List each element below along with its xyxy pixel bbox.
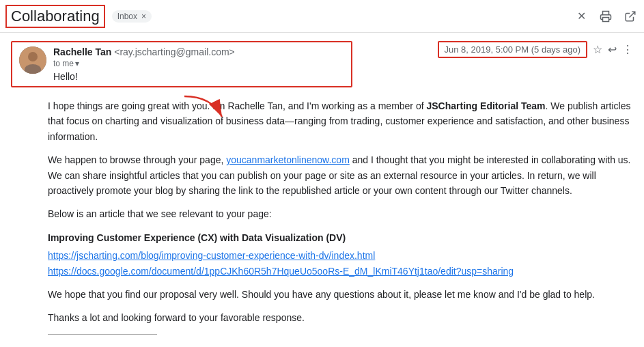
- sender-name: Rachelle Tan: [53, 46, 111, 57]
- email-meta: Jun 8, 2019, 5:00 PM (5 days ago) ☆ ↩ ⋮: [424, 41, 633, 58]
- external-link[interactable]: youcanmarketonlinenow.com: [226, 154, 350, 165]
- email-subject: Collaborating: [5, 5, 105, 28]
- sender-info-box: Rachelle Tan <ray.jscharting@gmail.com> …: [11, 41, 352, 87]
- star-icon[interactable]: ☆: [593, 43, 602, 56]
- more-options-icon[interactable]: ⋮: [622, 43, 633, 56]
- article-link1[interactable]: https://jscharting.com/blog/improving-cu…: [48, 250, 375, 261]
- close-icon[interactable]: ✕: [573, 8, 589, 25]
- svg-point-3: [28, 52, 38, 61]
- body-para5: Thanks a lot and looking forward to your…: [48, 310, 633, 325]
- bold-company: JSCharting Editorial Team: [427, 100, 546, 111]
- avatar: [19, 46, 46, 74]
- popout-icon[interactable]: [622, 8, 639, 25]
- signature-divider: [48, 334, 157, 335]
- inbox-label: Inbox: [117, 12, 137, 21]
- body-para1: I hope things are going great with you. …: [48, 98, 633, 144]
- email-header: Rachelle Tan <ray.jscharting@gmail.com> …: [0, 33, 644, 93]
- para2-pre: We happen to browse through your page,: [48, 154, 226, 165]
- to-me-dropdown[interactable]: to me ▾: [53, 59, 235, 68]
- top-bar-actions: ✕: [573, 8, 639, 25]
- svg-rect-0: [603, 17, 609, 21]
- badge-close-button[interactable]: ×: [141, 12, 146, 21]
- email-date: Jun 8, 2019, 5:00 PM (5 days ago): [438, 41, 587, 58]
- body-para4: We hope that you find our proposal very …: [48, 287, 633, 302]
- sender-email: <ray.jscharting@gmail.com>: [114, 46, 235, 57]
- to-me-label: to me: [53, 59, 74, 68]
- email-body: I hope things are going great with you. …: [0, 93, 644, 339]
- print-icon[interactable]: [598, 8, 614, 25]
- sender-details: Rachelle Tan <ray.jscharting@gmail.com> …: [53, 46, 235, 82]
- svg-line-1: [630, 12, 635, 17]
- inbox-badge[interactable]: Inbox ×: [112, 10, 152, 23]
- sender-name-row: Rachelle Tan <ray.jscharting@gmail.com>: [53, 46, 235, 57]
- body-para2: We happen to browse through your page, y…: [48, 152, 633, 198]
- email-greeting: Hello!: [53, 71, 235, 82]
- signature-name: RACHELLE TAN, Editorial Team: [48, 337, 633, 339]
- body-para3: Below is an article that we see relevant…: [48, 206, 633, 221]
- article-link2[interactable]: https://docs.google.com/document/d/1ppCJ…: [48, 266, 514, 277]
- article-title: Improving Customer Experience (CX) with …: [48, 230, 633, 245]
- top-bar: Collaborating Inbox × ✕: [0, 0, 644, 33]
- chevron-down-icon: ▾: [75, 59, 79, 68]
- reply-icon[interactable]: ↩: [608, 43, 617, 56]
